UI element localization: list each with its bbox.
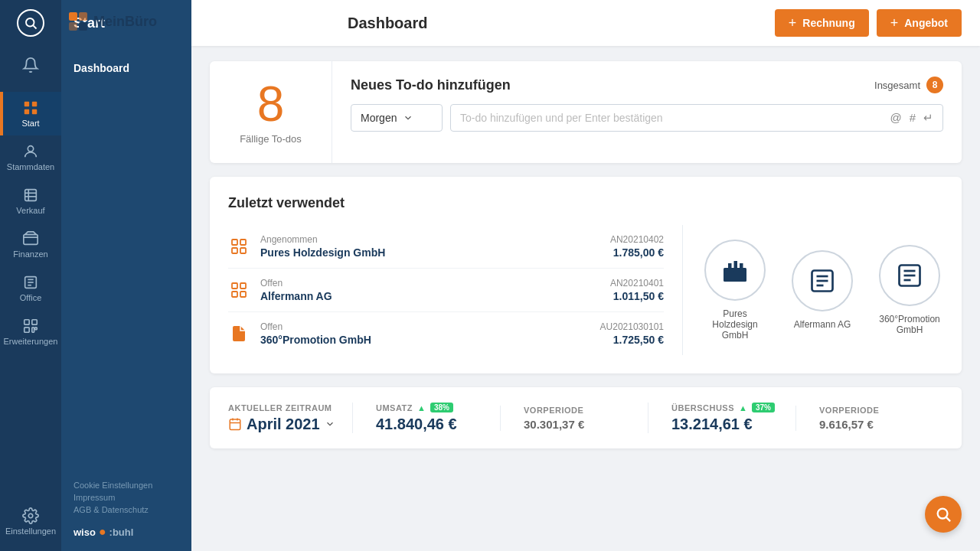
recent-item-amount: 1.725,50 €	[600, 334, 664, 346]
recent-item-info: Angenommen Pures Holzdesign GmbH	[260, 234, 599, 259]
nav-icons: Start Stammdaten Verkauf	[0, 92, 61, 500]
sidebar-item-stammdaten[interactable]: Stammdaten	[0, 135, 61, 179]
todo-count-box: 8 Fällige To-dos	[210, 61, 332, 163]
stat-umsatz-header: UMSATZ ▲ 38%	[376, 403, 500, 412]
svg-rect-36	[728, 263, 732, 268]
svg-rect-40	[734, 272, 738, 278]
todo-text-input[interactable]: To-do hinzufügen und per Enter bestätige…	[450, 104, 943, 132]
settings-area: Einstellungen	[0, 500, 61, 551]
stat-period-value[interactable]: April 2021	[228, 416, 352, 433]
logo-area	[0, 0, 61, 46]
recent-item-name: 360°Promotion GmbH	[260, 334, 590, 346]
todo-input-row: Morgen To-do hinzufügen und per Enter be…	[351, 104, 943, 132]
stat-uberschuss-value: 13.214,61 €	[671, 416, 795, 433]
svg-rect-21	[35, 328, 38, 330]
circle-item-3[interactable]: 360°Promotion GmbH	[876, 245, 943, 335]
stat-zeitraum-label: AKTUELLER ZEITRAUM	[228, 403, 352, 412]
recent-item[interactable]: Offen Alfermann AG AN20210401 1.011,50 €	[228, 269, 664, 312]
recent-circles: Pures Holzdesign GmbH Alfermann AG	[683, 225, 943, 355]
svg-rect-17	[24, 320, 29, 324]
recent-item-status: Angenommen	[260, 234, 599, 245]
todo-count-label: Fällige To-dos	[240, 133, 302, 145]
recent-item-amount: 1.011,50 €	[610, 290, 664, 302]
stat-uberschuss-prev-label: VORPERIODE	[819, 406, 943, 415]
svg-rect-20	[32, 328, 34, 332]
svg-point-54	[938, 509, 948, 519]
todo-input-area: Neues To-do hinzufügen Insgesamt 8 Morge…	[332, 61, 962, 163]
sidebar-item-start[interactable]: Start	[0, 92, 61, 135]
circle-label-1: Pures Holzdesign GmbH	[701, 308, 769, 341]
sidebar-item-office[interactable]: Office	[0, 266, 61, 310]
recent-item-right: AN20210402 1.785,00 €	[610, 234, 664, 259]
stat-uberschuss: ÜBERSCHUSS ▲ 37% 13.214,61 €	[648, 403, 795, 433]
topbar-left: MeinBüro Dashboard	[210, 15, 427, 32]
chevron-down-period-icon	[325, 419, 335, 429]
angebot-button[interactable]: + Angebot	[877, 9, 962, 37]
svg-rect-39	[726, 272, 730, 278]
todo-count: 8	[257, 80, 285, 129]
todo-insgesamt-badge: 8	[926, 77, 943, 93]
recent-item[interactable]: Angenommen Pures Holzdesign GmbH AN20210…	[228, 225, 664, 269]
svg-point-22	[28, 514, 33, 518]
sidebar-panel: Start Dashboard Cookie Einstellungen Imp…	[61, 0, 191, 551]
sidebar-item-verkauf[interactable]: Verkauf	[0, 179, 61, 223]
svg-rect-38	[740, 263, 743, 268]
svg-rect-50	[230, 419, 240, 430]
stat-uberschuss-label: ÜBERSCHUSS	[671, 403, 734, 412]
stat-umsatz-label: UMSATZ	[376, 403, 413, 412]
svg-rect-11	[24, 235, 38, 245]
sidebar-item-finanzen[interactable]: Finanzen	[0, 223, 61, 266]
todo-section-title: Neues To-do hinzufügen	[351, 77, 511, 93]
impressum-link[interactable]: Impressum	[74, 493, 179, 502]
floating-search-icon	[935, 506, 952, 523]
circle-icon-list	[792, 250, 853, 311]
sidebar-item-erweiterungen[interactable]: Erweiterungen	[0, 310, 61, 354]
recent-item[interactable]: Offen 360°Promotion GmbH AU2021030101 1.…	[228, 312, 664, 355]
recent-item-icon	[228, 279, 250, 301]
svg-line-55	[946, 517, 950, 521]
svg-line-1	[33, 25, 36, 28]
recent-item-status: Offen	[260, 321, 590, 332]
search-button[interactable]	[17, 9, 44, 37]
recent-item-right: AU2021030101 1.725,50 €	[600, 321, 664, 346]
stat-uberschuss-header: ÜBERSCHUSS ▲ 37%	[671, 403, 795, 412]
topbar-right: + Rechnung + Angebot	[775, 9, 962, 37]
agb-link[interactable]: AGB & Datenschutz	[74, 505, 179, 514]
rechnung-button[interactable]: + Rechnung	[775, 9, 869, 37]
circle-item-1[interactable]: Pures Holzdesign GmbH	[701, 240, 769, 341]
recent-content: Angenommen Pures Holzdesign GmbH AN20210…	[228, 225, 943, 355]
svg-rect-7	[25, 190, 37, 201]
stats-section: AKTUELLER ZEITRAUM April 2021	[210, 387, 962, 448]
floating-search-button[interactable]	[925, 496, 962, 533]
notification-bell[interactable]	[0, 46, 61, 84]
stat-umsatz: UMSATZ ▲ 38% 41.840,46 €	[352, 403, 500, 433]
todo-dropdown[interactable]: Morgen	[351, 104, 443, 132]
circle-item-2[interactable]: Alfermann AG	[792, 250, 853, 330]
sidebar-nav-dashboard[interactable]: Dashboard	[61, 55, 191, 81]
svg-rect-29	[232, 248, 237, 253]
recent-item-ref: AN20210402	[610, 234, 664, 245]
stat-umsatz-prev-value: 30.301,37 €	[524, 418, 648, 431]
stat-umsatz-value: 41.840,46 €	[376, 416, 500, 433]
stat-zeitraum: AKTUELLER ZEITRAUM April 2021	[228, 403, 352, 433]
settings-button[interactable]: Einstellungen	[0, 500, 61, 543]
recent-item-ref: AU2021030101	[600, 321, 664, 332]
svg-rect-32	[240, 283, 246, 289]
content-area: 8 Fällige To-dos Neues To-do hinzufügen …	[191, 46, 980, 464]
uberschuss-badge: 37%	[752, 403, 775, 412]
svg-rect-4	[24, 109, 29, 114]
stat-umsatz-prev-label: VORPERIODE	[524, 406, 648, 415]
page-title: Dashboard	[348, 15, 427, 32]
circle-icon-factory	[704, 240, 766, 301]
recent-item-icon	[228, 323, 250, 344]
circle-label-2: Alfermann AG	[794, 319, 851, 330]
recent-item-info: Offen Alfermann AG	[260, 278, 599, 302]
todo-header: Neues To-do hinzufügen Insgesamt 8	[351, 77, 943, 93]
svg-rect-5	[32, 109, 37, 114]
wiso-logo: wiso ● :buhl	[74, 525, 179, 539]
circle-label-3: 360°Promotion GmbH	[876, 314, 943, 335]
svg-rect-28	[240, 240, 246, 245]
cookie-settings-link[interactable]: Cookie Einstellungen	[74, 481, 179, 490]
svg-rect-30	[240, 248, 246, 253]
chevron-down-icon	[403, 112, 413, 123]
